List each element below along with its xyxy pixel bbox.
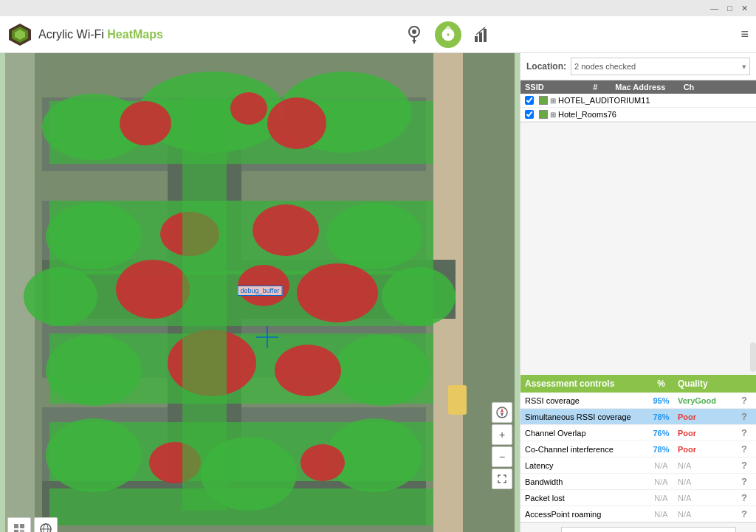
ssid-name: Hotel_Rooms (558, 110, 608, 119)
svg-rect-10 (479, 32, 482, 42)
help-icon[interactable]: ? (737, 508, 752, 519)
map-area[interactable]: debug_buffer + − (0, 53, 520, 532)
svg-rect-9 (475, 36, 478, 42)
assessment-label: Latency (525, 461, 645, 470)
svg-point-29 (267, 97, 326, 149)
svg-point-32 (326, 203, 422, 269)
assessment-quality-header: Quality (678, 379, 737, 389)
svg-point-43 (334, 335, 430, 406)
assessment-quality: Poor (678, 445, 737, 454)
svg-point-38 (116, 260, 190, 319)
assessment-row-bandwidth[interactable]: Bandwidth N/A N/A ? (520, 474, 756, 490)
ssid-name: HOTEL_AUDITORIUM (558, 96, 641, 105)
compass-button[interactable] (492, 402, 512, 423)
svg-point-63 (41, 524, 51, 532)
svg-point-4 (412, 30, 416, 34)
ssid-color-box (539, 110, 548, 119)
globe-button[interactable] (34, 517, 58, 532)
layer-button[interactable] (7, 517, 31, 532)
assessment-pct: N/A (645, 461, 678, 470)
svg-rect-11 (484, 29, 487, 42)
assessment-quality: Poor (678, 412, 737, 421)
assessment-quality: VeryGood (678, 396, 737, 405)
mac-col-header: Mac Address (615, 83, 683, 91)
assessment-row-rssi[interactable]: RSSI coverage 95% VeryGood ? (520, 393, 756, 409)
assessment-pct: 78% (645, 445, 678, 454)
medal-icon-button[interactable] (435, 21, 461, 48)
chart-icon-button[interactable] (469, 21, 495, 48)
panel-spacer (520, 122, 756, 342)
assessment-row-ap-roaming[interactable]: AccessPoint roaming N/A N/A ? (520, 506, 756, 522)
ssid-table: SSID # Mac Address Ch ⊞ HOTEL_AUDITORIUM… (520, 80, 756, 122)
help-icon[interactable]: ? (737, 476, 752, 487)
ssid-checkbox[interactable] (525, 96, 534, 105)
assessment-quality: N/A (678, 477, 737, 486)
zoom-out-button[interactable]: − (492, 446, 512, 467)
help-icon[interactable]: ? (737, 411, 752, 422)
help-icon[interactable]: ? (737, 492, 752, 503)
menu-icon[interactable]: ≡ (740, 27, 749, 42)
svg-point-45 (275, 345, 341, 396)
assessment-pct: 95% (645, 396, 678, 405)
svg-point-51 (300, 444, 345, 481)
app-logo-icon (7, 22, 32, 47)
zoom-in-button[interactable]: + (492, 424, 512, 445)
svg-marker-57 (501, 408, 504, 412)
svg-point-40 (297, 263, 378, 322)
location-bar: Location: 2 nodes checked ▾ (520, 53, 756, 80)
svg-marker-58 (501, 412, 504, 417)
app-branding: Acrylic Wi-Fi HeatMaps (7, 22, 163, 47)
svg-rect-53 (182, 97, 227, 511)
assessment-quality: Poor (678, 429, 737, 438)
assessment-pct: N/A (645, 477, 678, 486)
location-icon-button[interactable] (401, 21, 427, 48)
channel-col-header: Ch (684, 83, 752, 91)
title-bar: Acrylic Wi-Fi HeatMaps (0, 16, 756, 53)
assessment-label: RSSI coverage (525, 396, 645, 405)
assessment-pct-header: % (645, 379, 678, 389)
ssid-count: 11 (641, 96, 663, 105)
map-bottom-controls (7, 517, 58, 532)
ssid-expand-icon[interactable]: ⊞ (550, 97, 556, 105)
profile-help-icon[interactable]: ? (743, 530, 750, 533)
profile-dropdown[interactable]: Default ▾ (561, 527, 735, 532)
help-icon[interactable]: ? (737, 395, 752, 406)
assessment-quality: N/A (678, 494, 737, 502)
assessment-label: AccessPoint roaming (525, 510, 645, 519)
svg-point-27 (120, 101, 171, 145)
svg-point-31 (46, 203, 142, 269)
ssid-checkbox[interactable] (525, 110, 534, 119)
ssid-row[interactable]: ⊞ Hotel_Rooms 76 (520, 108, 756, 122)
minimize-button[interactable]: — (708, 4, 721, 13)
assessment-row-cochannel[interactable]: Co-Channel interference 78% Poor ? (520, 441, 756, 457)
assessment-row-channel-overlap[interactable]: Channel Overlap 76% Poor ? (520, 425, 756, 441)
zoom-extent-button[interactable] (492, 469, 512, 489)
svg-point-42 (46, 335, 142, 406)
location-dropdown[interactable]: 2 nodes checked ▾ (571, 58, 750, 75)
close-button[interactable]: ✕ (739, 4, 750, 13)
svg-point-34 (252, 204, 319, 256)
ssid-color-box (539, 96, 548, 105)
svg-rect-22 (448, 385, 467, 415)
ssid-count: 76 (608, 110, 630, 119)
scrollbar[interactable] (750, 342, 756, 372)
assessment-header-label: Assessment controls (525, 379, 645, 389)
maximize-button[interactable]: □ (725, 4, 735, 13)
assessment-pct: N/A (645, 494, 678, 502)
help-icon[interactable]: ? (737, 460, 752, 471)
assessment-row-latency[interactable]: Latency N/A N/A ? (520, 457, 756, 474)
ssid-name-cell: ⊞ HOTEL_AUDITORIUM (525, 96, 641, 105)
ssid-expand-icon[interactable]: ⊞ (550, 111, 556, 119)
help-icon[interactable]: ? (737, 427, 752, 438)
ssid-row[interactable]: ⊞ HOTEL_AUDITORIUM 11 (520, 94, 756, 108)
assessment-pct: N/A (645, 510, 678, 519)
assessment-row-sim-rssi[interactable]: Simultaneous RSSI coverage 78% Poor ? (520, 409, 756, 425)
assessment-pct: 76% (645, 429, 678, 438)
title-icons (401, 21, 495, 48)
app-title: Acrylic Wi-Fi HeatMaps (38, 28, 163, 41)
main-layout: debug_buffer + − (0, 53, 756, 532)
help-icon[interactable]: ? (737, 443, 752, 455)
assessment-quality: N/A (678, 510, 737, 519)
ssid-table-header: SSID # Mac Address Ch (520, 80, 756, 94)
assessment-row-packet-lost[interactable]: Packet lost N/A N/A ? (520, 490, 756, 506)
